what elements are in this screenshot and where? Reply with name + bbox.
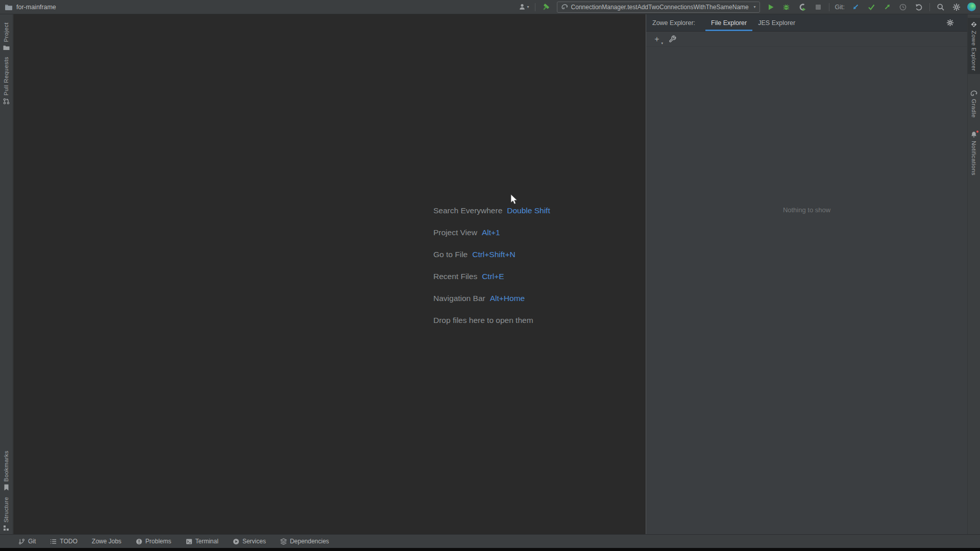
project-stripe-label: Project xyxy=(3,22,9,42)
hint-row: Recent Files Ctrl+E xyxy=(433,265,550,287)
zowe-icon xyxy=(970,21,977,28)
add-connection-button[interactable]: + ▾ xyxy=(653,35,661,43)
editor-area[interactable]: Search Everywhere Double Shift Project V… xyxy=(13,14,646,534)
hint-shortcut: Double Shift xyxy=(507,206,550,215)
terminal-icon xyxy=(186,538,192,545)
hint-label: Project View xyxy=(433,228,477,237)
zowe-explorer-stripe-label: Zowe Explorer xyxy=(971,31,977,71)
bookmarks-stripe-label: Bookmarks xyxy=(3,450,9,482)
tab-jes-explorer[interactable]: JES Explorer xyxy=(752,14,801,31)
empty-state-text: Nothing to show xyxy=(646,206,967,214)
panel-gear-icon[interactable] xyxy=(946,19,954,27)
run-button[interactable] xyxy=(766,2,776,12)
sidebar-item-gradle[interactable]: Gradle xyxy=(968,87,980,121)
statusbar-item-git[interactable]: Git xyxy=(11,535,43,548)
notifications-stripe-label: Notifications xyxy=(971,141,977,176)
run-configuration-select[interactable]: ConnectionManager.testAddTwoConnectionsW… xyxy=(557,2,760,13)
hint-shortcut: Ctrl+E xyxy=(482,272,504,281)
toolbar-separator xyxy=(535,3,535,11)
folder-icon xyxy=(3,45,10,51)
hint-shortcut: Ctrl+Shift+N xyxy=(472,250,515,259)
hint-shortcut: Alt+1 xyxy=(482,228,500,237)
hint-row: Navigation Bar Alt+Home xyxy=(433,287,550,309)
statusbar-label: TODO xyxy=(60,538,77,545)
right-tool-stripe: Zowe Explorer Gradle Notifications xyxy=(967,14,980,534)
ide-window: for-mainframe ▾ ConnectionManager.testAd… xyxy=(0,0,980,551)
drop-files-hint: Drop files here to open them xyxy=(433,316,533,325)
git-commit-button[interactable] xyxy=(866,2,876,12)
shortcut-hints: Search Everywhere Double Shift Project V… xyxy=(433,199,550,331)
structure-stripe-label: Structure xyxy=(3,497,9,522)
hint-row: Project View Alt+1 xyxy=(433,221,550,243)
stop-button xyxy=(813,2,823,12)
window-title: for-mainframe xyxy=(16,4,56,11)
plus-icon: + xyxy=(654,35,659,43)
rollback-button[interactable] xyxy=(914,2,924,12)
settings-gear-icon[interactable] xyxy=(951,2,962,12)
caret-down-icon: ▾ xyxy=(527,5,529,9)
wrench-settings-icon[interactable] xyxy=(669,35,676,43)
sidebar-item-notifications[interactable]: Notifications xyxy=(968,128,980,179)
statusbar-item-todo[interactable]: TODO xyxy=(43,535,84,548)
git-push-button[interactable] xyxy=(882,2,892,12)
hint-label: Recent Files xyxy=(433,272,477,281)
zowe-explorer-panel: Zowe Explorer: File Explorer JES Explore… xyxy=(646,14,967,534)
hint-row: Go to File Ctrl+Shift+N xyxy=(433,243,550,265)
user-icon xyxy=(519,3,526,11)
gradle-stripe-label: Gradle xyxy=(971,99,977,118)
statusbar-label: Git xyxy=(28,538,36,545)
debug-button[interactable] xyxy=(781,2,792,12)
statusbar-label: Dependencies xyxy=(290,538,329,545)
project-folder-icon xyxy=(5,4,13,11)
pull-requests-stripe-label: Pull Requests xyxy=(3,57,9,95)
statusbar-label: Problems xyxy=(145,538,172,545)
pull-request-icon xyxy=(3,98,10,105)
toolbar-separator xyxy=(829,3,829,11)
user-dropdown-button[interactable]: ▾ xyxy=(519,2,529,12)
hint-row: Drop files here to open them xyxy=(433,309,550,331)
search-everywhere-icon[interactable] xyxy=(936,2,946,12)
statusbar-label: Zowe Jobs xyxy=(92,538,121,545)
hint-shortcut: Alt+Home xyxy=(490,294,525,303)
tab-label: JES Explorer xyxy=(758,19,795,27)
run-configuration-value: ConnectionManager.testAddTwoConnectionsW… xyxy=(571,4,751,11)
toolbar-separator xyxy=(929,3,930,11)
tab-file-explorer[interactable]: File Explorer xyxy=(705,14,752,31)
panel-title: Zowe Explorer: xyxy=(652,19,695,27)
notification-badge xyxy=(976,130,979,133)
notifications-bell-icon xyxy=(970,131,977,138)
gradle-icon xyxy=(970,90,977,96)
statusbar-item-terminal[interactable]: Terminal xyxy=(179,535,226,548)
sidebar-item-bookmarks[interactable]: Bookmarks xyxy=(0,447,13,494)
statusbar-item-problems[interactable]: Problems xyxy=(129,535,179,548)
hint-label: Search Everywhere xyxy=(433,206,502,215)
main-toolbar: for-mainframe ▾ ConnectionManager.testAd… xyxy=(0,0,980,14)
gradle-icon xyxy=(561,4,568,10)
sidebar-item-project[interactable]: Project xyxy=(0,19,13,54)
panel-header: Zowe Explorer: File Explorer JES Explore… xyxy=(646,14,967,32)
build-hammer-icon[interactable] xyxy=(541,2,551,12)
statusbar-label: Services xyxy=(242,538,266,545)
taskbar-strip xyxy=(0,548,980,551)
statusbar-item-services[interactable]: Services xyxy=(226,535,273,548)
hint-label: Go to File xyxy=(433,250,468,259)
statusbar-item-dependencies[interactable]: Dependencies xyxy=(273,535,336,548)
statusbar-item-zowe-jobs[interactable]: Zowe Jobs xyxy=(85,535,129,548)
sidebar-item-pull-requests[interactable]: Pull Requests xyxy=(0,54,13,108)
user-avatar-icon[interactable] xyxy=(967,3,976,11)
run-coverage-button[interactable] xyxy=(797,2,807,12)
tab-label: File Explorer xyxy=(711,19,747,27)
left-tool-stripe: Project Pull Requests Bookmarks Structur… xyxy=(0,14,13,534)
sidebar-item-structure[interactable]: Structure xyxy=(0,494,13,534)
git-update-button[interactable] xyxy=(850,2,861,12)
sidebar-item-zowe-explorer[interactable]: Zowe Explorer xyxy=(968,18,980,74)
git-label: Git: xyxy=(835,4,845,11)
caret-down-icon: ▾ xyxy=(661,41,663,45)
structure-icon xyxy=(3,525,9,531)
todo-list-icon xyxy=(50,538,57,545)
hint-row: Search Everywhere Double Shift xyxy=(433,199,550,221)
panel-toolbar: + ▾ xyxy=(646,32,967,47)
statusbar-label: Terminal xyxy=(195,538,218,545)
history-button xyxy=(898,2,908,12)
hint-label: Navigation Bar xyxy=(433,294,485,303)
